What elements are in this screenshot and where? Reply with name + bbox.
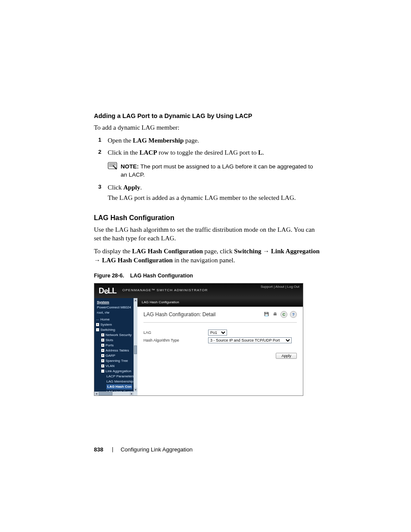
sidebar-system-header: System PowerConnect M8024 root, r/w bbox=[94, 300, 137, 317]
tree-switching: Switching bbox=[100, 328, 115, 332]
step-3-b: Apply bbox=[123, 184, 140, 191]
step-1-bold: LAG Membership bbox=[133, 137, 184, 144]
step-2-mid: row to toggle the desired LAG port to bbox=[157, 149, 258, 156]
tree-system: System bbox=[100, 323, 112, 327]
sidebar-scrollbar-horizontal[interactable]: ◂ ▸ bbox=[94, 392, 134, 395]
note-box: NOTE: The port must be assigned to a LAG… bbox=[108, 163, 321, 178]
config-form: LAG Po1 Hash Algorithm Type bbox=[143, 329, 297, 344]
step-1-number: 1 bbox=[98, 136, 101, 144]
step-2-post: . bbox=[262, 149, 264, 156]
hash-algorithm-select[interactable]: 3 - Source IP and Source TCP/UDP Port bbox=[208, 337, 292, 343]
sidebar-scrollbar-vertical[interactable]: ▴ ▾ bbox=[134, 298, 137, 395]
refresh-icon[interactable]: C bbox=[280, 311, 287, 318]
note-icon bbox=[108, 162, 117, 170]
step-2-number: 2 bbox=[98, 148, 101, 156]
tree-garp: GARP bbox=[106, 354, 115, 358]
footer-section-title: Configuring Link Aggregation bbox=[121, 446, 193, 453]
step-3-post: . bbox=[140, 184, 142, 191]
tree-slots: Slots bbox=[106, 338, 113, 342]
app-header: DeLL OPENMANAGE™ SWITCH ADMINISTRATOR Su… bbox=[94, 283, 303, 298]
intro-1: To add a dynamic LAG member: bbox=[94, 123, 321, 132]
apply-button[interactable]: Apply bbox=[276, 353, 297, 359]
step-3: 3 Click Apply. The LAG port is added as … bbox=[94, 183, 321, 206]
tree-network-security: Network Security bbox=[106, 333, 131, 337]
lag-select[interactable]: Po1 bbox=[208, 330, 227, 336]
step-2: 2 Click in the LACP row to toggle the de… bbox=[94, 148, 321, 160]
save-icon[interactable]: 💾 bbox=[263, 311, 269, 317]
step-2-pre: Click in the bbox=[108, 149, 140, 156]
step-2-b1: LACP bbox=[140, 149, 157, 156]
panel-title: LAG Hash Configuration: Detail bbox=[143, 311, 215, 318]
tree-lag-membership: LAG Membership bbox=[106, 380, 133, 383]
tree-lag-hash-config: LAG Hash Con bbox=[106, 384, 132, 389]
page-number: 838 bbox=[94, 446, 103, 453]
step-1-text-pre: Open the bbox=[108, 137, 133, 144]
step-3-line2: The LAG port is added as a dynamic LAG m… bbox=[108, 194, 296, 201]
step-3-number: 3 bbox=[98, 183, 101, 191]
breadcrumb: LAG Hash Configuration bbox=[137, 298, 303, 307]
step-3-pre: Click bbox=[108, 184, 123, 191]
note-label: NOTE: bbox=[121, 163, 140, 170]
tree-lacp-params: LACP Parameters bbox=[106, 374, 134, 378]
tree-link-aggregation: Link Aggregation bbox=[106, 369, 131, 373]
print-icon[interactable]: 🖶 bbox=[272, 311, 278, 317]
help-icon[interactable]: ? bbox=[290, 311, 297, 318]
nav-tree[interactable]: —Home +System −Switching +Network Securi… bbox=[94, 317, 137, 395]
screenshot-lag-hash-config: DeLL OPENMANAGE™ SWITCH ADMINISTRATOR Su… bbox=[94, 283, 303, 396]
figure-caption: Figure 28-6. LAG Hash Configuration bbox=[94, 272, 321, 280]
tree-vlan: VLAN bbox=[106, 364, 115, 368]
para-lag-hash-1: Use the LAG hash algorithm to set the tr… bbox=[94, 225, 321, 243]
scroll-up-icon[interactable]: ▴ bbox=[134, 298, 137, 302]
scroll-down-icon[interactable]: ▾ bbox=[134, 388, 137, 392]
main-panel: LAG Hash Configuration LAG Hash Configur… bbox=[137, 298, 303, 395]
step-1: 1 Open the LAG Membership page. bbox=[94, 136, 321, 148]
page-footer: 838 Configuring Link Aggregation bbox=[94, 446, 193, 454]
note-text: The port must be assigned to a LAG befor… bbox=[121, 163, 313, 177]
tree-home: Home bbox=[100, 317, 109, 321]
scroll-left-icon[interactable]: ◂ bbox=[94, 392, 98, 395]
tree-spanning-tree: Spanning Tree bbox=[106, 359, 128, 363]
dell-logo: DeLL bbox=[99, 286, 116, 296]
tree-address-tables: Address Tables bbox=[106, 348, 129, 352]
scroll-thumb[interactable] bbox=[134, 345, 137, 354]
toolbar-icons: 💾 🖶 C ? bbox=[263, 311, 297, 318]
header-links[interactable]: Support | About | Log Out bbox=[261, 283, 299, 289]
step-1-text-post: page. bbox=[184, 137, 199, 144]
section-heading-adding-lag: Adding a LAG Port to a Dynamic LAG by Us… bbox=[94, 112, 321, 121]
section-heading-lag-hash: LAG Hash Configuration bbox=[94, 213, 321, 223]
step-2-b2: L bbox=[258, 149, 262, 156]
scroll-thumb-h[interactable] bbox=[99, 392, 112, 395]
scroll-right-icon[interactable]: ▸ bbox=[130, 392, 134, 395]
tree-ports: Ports bbox=[106, 343, 114, 347]
hash-algorithm-label: Hash Algorithm Type bbox=[143, 336, 208, 344]
lag-label: LAG bbox=[143, 329, 208, 336]
app-title: OPENMANAGE™ SWITCH ADMINISTRATOR bbox=[122, 288, 208, 293]
para-lag-hash-2: To display the LAG Hash Configuration pa… bbox=[94, 247, 321, 264]
nav-sidebar: System PowerConnect M8024 root, r/w —Hom… bbox=[94, 298, 137, 395]
